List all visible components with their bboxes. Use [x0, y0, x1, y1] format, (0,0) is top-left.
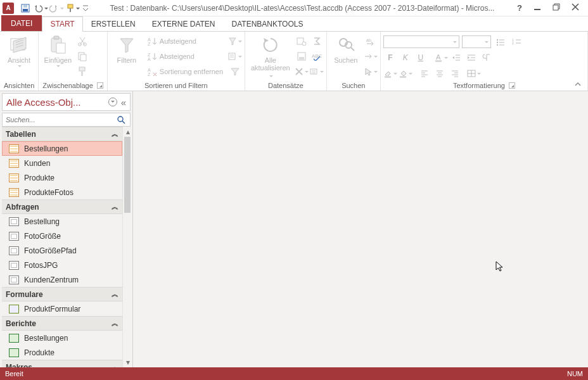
save-icon[interactable] — [18, 1, 32, 15]
nav-item-kundenzentrum[interactable]: KundenZentrum — [2, 272, 122, 287]
einfuegen-button[interactable]: Einfügen — [41, 33, 74, 68]
chevron-up-icon: ︽ — [112, 129, 118, 139]
group-label-datensaetze: Datensätze — [248, 81, 324, 91]
tab-erstellen[interactable]: ERSTELLEN — [83, 16, 144, 31]
nav-section-formulare[interactable]: Formulare︽ — [2, 287, 122, 301]
svg-rect-17 — [81, 71, 83, 76]
tab-externe-daten[interactable]: EXTERNE DATEN — [144, 16, 224, 31]
access-app-icon: A — [3, 3, 14, 14]
nav-item-bestellungen[interactable]: Bestellungen — [2, 141, 122, 156]
close-icon[interactable] — [572, 3, 582, 13]
svg-rect-45 — [435, 60, 442, 62]
fill-color-button[interactable] — [399, 66, 412, 80]
selection-filter-button[interactable] — [228, 34, 242, 48]
nav-search-input[interactable] — [3, 116, 117, 124]
nav-item-bestellung-q[interactable]: Bestellung — [2, 214, 122, 229]
tab-start[interactable]: START — [42, 16, 82, 32]
scroll-up-icon[interactable]: ▴ — [123, 127, 131, 137]
more-records-button[interactable] — [310, 65, 324, 79]
query-icon — [9, 232, 19, 241]
advanced-filter-button[interactable] — [228, 49, 242, 63]
aufsteigend-button[interactable]: AZAufsteigend — [144, 34, 227, 48]
nav-section-tabellen[interactable]: Tabellen︽ — [2, 127, 122, 141]
nav-pane-header[interactable]: Alle Access-Obj... « — [2, 93, 131, 111]
svg-text:A: A — [436, 53, 441, 61]
nav-filter-dropdown-icon[interactable] — [108, 98, 117, 106]
spelling-button[interactable]: ABC — [310, 49, 324, 63]
dialog-launcher-icon[interactable] — [509, 82, 515, 89]
minimize-icon[interactable] — [534, 3, 544, 13]
nav-item-fotosjpg[interactable]: FotosJPG — [2, 258, 122, 272]
font-name-combo[interactable] — [383, 35, 459, 48]
align-center-button[interactable] — [433, 66, 447, 80]
svg-text:Z: Z — [148, 42, 151, 46]
nav-item-produkte[interactable]: Produkte — [2, 170, 122, 185]
outdent-button[interactable] — [449, 51, 463, 65]
nav-item-fotogroessepfad[interactable]: FotoGrößePfad — [2, 243, 122, 258]
nav-section-abfragen[interactable]: Abfragen︽ — [2, 200, 122, 214]
nav-item-kunden[interactable]: Kunden — [2, 156, 122, 170]
nav-item-produktformular[interactable]: ProduktFormular — [2, 301, 122, 316]
scroll-down-icon[interactable]: ▾ — [123, 357, 131, 367]
nav-section-berichte[interactable]: Berichte︽ — [2, 316, 122, 331]
svg-rect-3 — [68, 4, 73, 8]
bold-button[interactable]: F — [383, 51, 397, 65]
new-record-button[interactable] — [295, 34, 309, 48]
svg-point-13 — [84, 43, 87, 46]
highlight-button[interactable] — [383, 66, 397, 80]
toggle-filter-button[interactable] — [228, 65, 242, 79]
align-right-button[interactable] — [448, 66, 462, 80]
copy-button[interactable] — [75, 49, 89, 63]
nav-item-bericht-bestellungen[interactable]: Bestellungen — [2, 331, 122, 345]
restore-icon[interactable] — [553, 3, 563, 13]
svg-text:ABC: ABC — [312, 53, 322, 59]
delete-record-button[interactable] — [295, 65, 309, 79]
numbering-button[interactable]: 12 — [510, 35, 524, 49]
nav-item-fotogroesse[interactable]: FotoGröße — [2, 229, 122, 243]
svg-point-34 — [497, 39, 498, 41]
cut-button[interactable] — [75, 34, 89, 48]
text-direction-button[interactable] — [480, 51, 494, 65]
ansicht-button[interactable]: Ansicht — [3, 33, 35, 68]
font-size-combo[interactable] — [462, 35, 491, 48]
select-button[interactable] — [364, 65, 378, 79]
tab-datei[interactable]: DATEI — [1, 15, 42, 31]
redo-icon[interactable] — [49, 1, 64, 15]
gridlines-button[interactable] — [467, 66, 481, 80]
nav-item-bericht-produkte[interactable]: Produkte — [2, 345, 122, 360]
help-icon[interactable]: ? — [514, 3, 525, 13]
suchen-button[interactable]: Suchen — [329, 33, 362, 64]
font-color-button[interactable]: A — [434, 51, 448, 65]
chevron-up-icon: ︽ — [112, 289, 118, 299]
format-painter-icon[interactable] — [65, 1, 80, 15]
totals-button[interactable] — [310, 34, 324, 48]
format-painter-button[interactable] — [75, 65, 89, 79]
nav-scrollbar[interactable]: ▴ ▾ — [122, 127, 131, 367]
align-left-button[interactable] — [418, 66, 431, 80]
qat-customize-icon[interactable] — [81, 1, 90, 15]
status-left: Bereit — [5, 370, 23, 377]
group-sortieren-filtern: Filtern AZAufsteigend ZAAbsteigend AZSor… — [108, 32, 245, 91]
search-icon[interactable] — [117, 116, 130, 124]
group-label-sortieren: Sortieren und Filtern — [110, 81, 242, 91]
alle-aktualisieren-button[interactable]: Alle aktualisieren — [248, 33, 293, 79]
italic-button[interactable]: K — [399, 51, 412, 65]
sortierung-entfernen-button[interactable]: AZSortierung entfernen — [144, 65, 227, 79]
collapse-ribbon-icon[interactable] — [574, 80, 582, 88]
nav-item-produktefotos[interactable]: ProdukteFotos — [2, 185, 122, 200]
undo-icon[interactable] — [34, 1, 48, 15]
nav-collapse-icon[interactable]: « — [121, 97, 126, 108]
underline-button[interactable]: U — [414, 51, 428, 65]
nav-section-makros[interactable]: Makros︽ — [2, 360, 122, 367]
bullets-button[interactable] — [494, 35, 508, 49]
tab-datenbanktools[interactable]: DATENBANKTOOLS — [224, 16, 312, 31]
save-record-button[interactable] — [295, 49, 309, 63]
filtern-button[interactable]: Filtern — [110, 33, 143, 64]
goto-button[interactable] — [364, 49, 378, 63]
replace-button[interactable]: ab — [364, 34, 378, 48]
dialog-launcher-icon[interactable] — [97, 82, 103, 89]
absteigend-button[interactable]: ZAAbsteigend — [144, 49, 227, 63]
indent-button[interactable] — [464, 51, 478, 65]
svg-rect-2 — [23, 5, 27, 8]
scroll-thumb[interactable] — [124, 137, 131, 213]
